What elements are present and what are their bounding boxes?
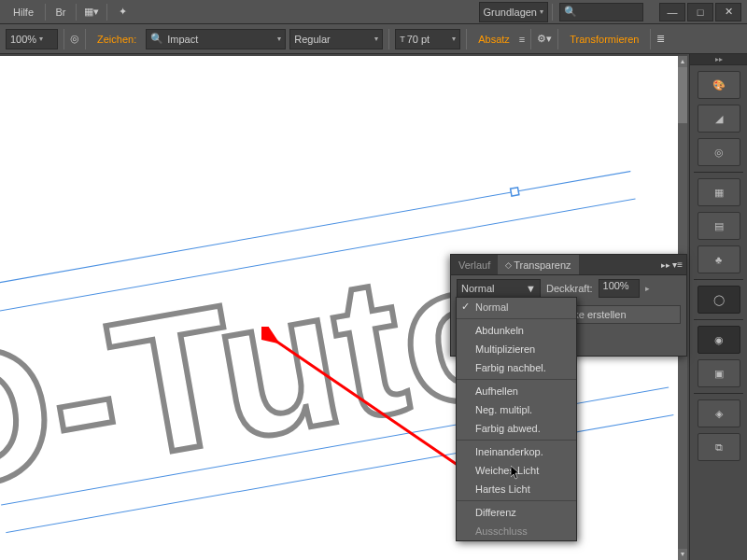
panel-menu-icon[interactable]: ▾≡ <box>672 259 683 270</box>
zeichen-label[interactable]: Zeichen: <box>92 34 142 45</box>
svg-rect-5 <box>511 188 519 196</box>
font-family-field[interactable]: 🔍Impact▾ <box>146 29 286 49</box>
blend-normal[interactable]: ✓Normal <box>457 298 576 316</box>
blend-farbig-nachbel[interactable]: Farbig nachbel. <box>457 358 576 377</box>
chevron-down-icon: ▾ <box>540 7 543 16</box>
brushes-panel-icon[interactable]: ▦ <box>698 178 740 206</box>
workspace-switcher[interactable]: Grundlagen ▾ <box>479 2 549 22</box>
window-minimize[interactable]: — <box>659 3 685 21</box>
transparency-panel-icon[interactable]: ◯ <box>698 286 740 314</box>
panel-collapse-icon[interactable]: ▸▸ <box>661 260 670 270</box>
artboards-panel-icon[interactable]: ⧉ <box>698 433 740 461</box>
right-dock: ▸▸ 🎨 ◢ ◎ ▦ ▤ ♣ ◯ ◉ ▣ ◈ ⧉ <box>689 54 747 560</box>
symbols-panel-icon[interactable]: ♣ <box>698 245 740 273</box>
tab-transparenz[interactable]: ◇Transparenz <box>498 255 578 274</box>
blend-neg-multipl[interactable]: Neg. multipl. <box>457 400 576 419</box>
scroll-thumb[interactable] <box>678 67 687 123</box>
opacity-field[interactable]: 100% <box>599 279 640 298</box>
control-toolbar: 100%▾ ◎ Zeichen: 🔍Impact▾ Regular▾ T70 p… <box>0 24 747 54</box>
window-close[interactable]: ✕ <box>715 3 741 21</box>
blend-aufhellen[interactable]: Aufhellen <box>457 382 576 400</box>
layers-panel-icon[interactable]: ◈ <box>698 399 740 427</box>
font-style-field[interactable]: Regular▾ <box>289 29 383 49</box>
menubar: Hilfe Br ▦▾ ✦ Grundlagen ▾ 🔍 — □ ✕ <box>0 0 747 24</box>
absatz-label[interactable]: Absatz <box>472 34 515 45</box>
scroll-up-arrow[interactable]: ▴ <box>678 56 687 67</box>
opacity-slider-icon[interactable]: ▸ <box>645 284 650 293</box>
arrange-docs-icon[interactable]: ▦▾ <box>83 4 100 21</box>
target-icon[interactable]: ◎ <box>70 33 79 45</box>
swatches-panel-icon[interactable]: ▤ <box>698 212 740 240</box>
scroll-down-arrow[interactable]: ▾ <box>678 549 687 560</box>
blend-mode-dropdown[interactable]: Normal ▼ <box>457 279 541 298</box>
workspace-label: Grundlagen <box>484 7 538 18</box>
font-size-field[interactable]: T70 pt▾ <box>395 29 460 49</box>
bridge-icon[interactable]: Br <box>52 4 69 21</box>
stroke-panel-icon[interactable]: ◎ <box>698 138 740 166</box>
warp-icon[interactable]: ⚙▾ <box>537 33 552 45</box>
window-maximize[interactable]: □ <box>687 3 713 21</box>
align-left-icon[interactable]: ≡ <box>519 34 525 45</box>
tab-verlauf[interactable]: Verlauf <box>451 255 498 274</box>
blend-ineinanderkop[interactable]: Ineinanderkop. <box>457 442 576 461</box>
blend-multiplizieren[interactable]: Multiplizieren <box>457 340 576 358</box>
blend-mode-menu: ✓Normal Abdunkeln Multiplizieren Farbig … <box>456 297 577 541</box>
menu-help[interactable]: Hilfe <box>6 3 41 21</box>
cursor-icon <box>511 466 522 481</box>
search-icon[interactable]: 🔍 <box>559 3 643 21</box>
blend-ausschluss[interactable]: Ausschluss <box>457 522 576 540</box>
transparency-panel: Verlauf ◇Transparenz ▸▸ ▾≡ Normal ▼ Deck… <box>450 254 687 357</box>
transform-label[interactable]: Transformieren <box>564 34 644 45</box>
gradient-panel-icon[interactable]: ◢ <box>698 105 740 133</box>
zoom-field[interactable]: 100%▾ <box>6 29 58 49</box>
blend-abdunkeln[interactable]: Abdunkeln <box>457 321 576 340</box>
opacity-label: Deckkraft: <box>546 283 593 294</box>
blend-farbig-abwed[interactable]: Farbig abwed. <box>457 419 576 438</box>
graphic-styles-panel-icon[interactable]: ▣ <box>698 359 740 387</box>
blend-differenz[interactable]: Differenz <box>457 503 576 522</box>
blend-hartes-licht[interactable]: Hartes Licht <box>457 480 576 498</box>
color-panel-icon[interactable]: 🎨 <box>698 71 740 99</box>
panel-menu-icon[interactable]: ≣ <box>656 33 665 45</box>
chevron-down-icon: ▼ <box>526 283 536 294</box>
appearance-panel-icon[interactable]: ◉ <box>698 326 740 354</box>
gpu-icon[interactable]: ✦ <box>114 4 131 21</box>
dock-collapse[interactable]: ▸▸ <box>690 54 747 65</box>
